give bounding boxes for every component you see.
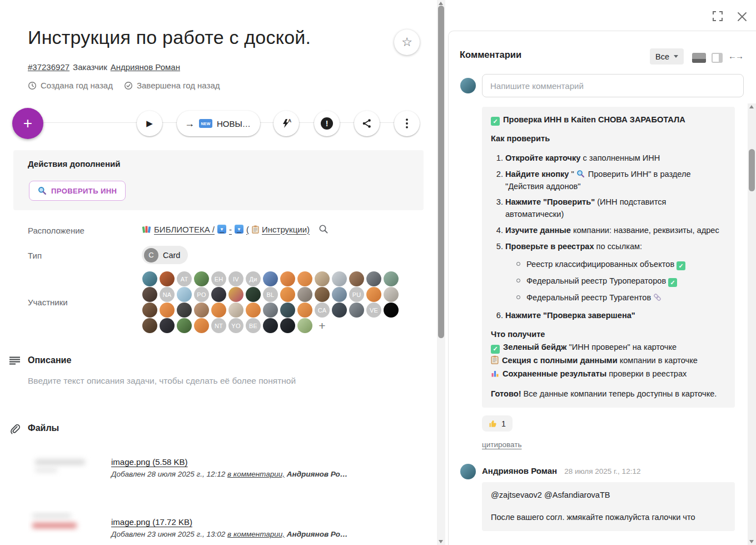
card-id-link[interactable]: #37236927 — [28, 62, 69, 72]
scroll-down-arrow[interactable] — [749, 540, 754, 543]
member-avatar[interactable] — [142, 271, 157, 286]
customer-link[interactable]: Андриянов Роман — [111, 62, 180, 72]
location-value: БИБЛИОТЕКА / ▼ - ▼ ( Инструкции) — [142, 224, 329, 234]
move-to-column-button[interactable]: → NEW НОВЫ… — [177, 111, 260, 136]
member-avatar[interactable]: VE — [366, 303, 381, 318]
member-avatar[interactable] — [280, 318, 295, 333]
file-thumbnail[interactable] — [31, 452, 102, 488]
member-avatar[interactable] — [315, 287, 330, 302]
favorite-button[interactable]: ☆ — [394, 29, 420, 55]
member-avatar[interactable] — [246, 303, 261, 318]
members-grid: ATEHIVДиNAPOBLPUCAVENTYOBE+ — [142, 271, 399, 333]
resize-width-icon[interactable]: ←→ — [728, 51, 743, 61]
member-avatar[interactable] — [211, 287, 226, 302]
member-avatar[interactable]: Ди — [246, 271, 261, 286]
member-avatar[interactable] — [177, 303, 192, 318]
member-avatar[interactable]: BE — [246, 318, 261, 333]
member-avatar[interactable] — [194, 271, 209, 286]
comments-filter-dropdown[interactable]: Все — [650, 48, 684, 65]
member-avatar[interactable] — [332, 271, 347, 286]
member-avatar[interactable] — [177, 287, 192, 302]
in-comment-link[interactable]: в комментарии, — [227, 470, 285, 478]
member-avatar[interactable] — [142, 318, 157, 333]
member-avatar[interactable] — [263, 271, 278, 286]
file-link[interactable]: image.png (5.58 KB) — [111, 457, 188, 467]
member-avatar[interactable] — [332, 303, 347, 318]
comment-input[interactable] — [482, 74, 744, 97]
comments-scrollbar[interactable] — [748, 103, 756, 545]
check-inn-button[interactable]: ПРОВЕРИТЬ ИНН — [29, 181, 126, 201]
member-avatar[interactable] — [384, 287, 399, 302]
member-avatar[interactable] — [228, 287, 243, 302]
layout-bottom-icon[interactable] — [692, 53, 706, 63]
member-avatar[interactable] — [142, 303, 157, 318]
member-avatar[interactable] — [160, 303, 175, 318]
in-comment-link[interactable]: в комментарии, — [227, 530, 285, 538]
member-avatar[interactable]: IV — [228, 271, 243, 286]
member-avatar[interactable]: AT — [177, 271, 192, 286]
member-avatar[interactable] — [349, 303, 364, 318]
member-avatar[interactable] — [228, 303, 243, 318]
member-avatar[interactable] — [384, 271, 399, 286]
card-type-chip[interactable]: C Card — [142, 246, 188, 264]
member-avatar[interactable] — [297, 318, 312, 333]
member-avatar[interactable]: YO — [228, 318, 243, 333]
scrollbar-thumb[interactable] — [749, 149, 755, 191]
share-button[interactable] — [354, 111, 380, 136]
member-avatar[interactable] — [160, 271, 175, 286]
fullscreen-button[interactable] — [710, 9, 725, 23]
thumbs-up-reaction[interactable]: 1 — [482, 415, 513, 432]
layout-right-icon[interactable] — [712, 53, 723, 63]
file-link[interactable]: image.png (17.72 KB) — [111, 517, 192, 527]
scroll-up-arrow[interactable] — [749, 105, 754, 108]
location-label: Расположение — [28, 226, 84, 235]
member-avatar[interactable] — [366, 287, 381, 302]
scrollbar-thumb[interactable] — [438, 6, 444, 338]
member-avatar[interactable] — [194, 318, 209, 333]
member-avatar[interactable] — [332, 287, 347, 302]
left-scrollbar[interactable] — [437, 0, 445, 545]
member-avatar[interactable] — [177, 318, 192, 333]
member-avatar[interactable] — [280, 287, 295, 302]
member-avatar[interactable] — [349, 271, 364, 286]
member-avatar[interactable] — [263, 318, 278, 333]
add-child-button[interactable]: + — [12, 108, 43, 139]
member-avatar[interactable] — [384, 303, 399, 318]
member-avatar[interactable]: NT — [211, 318, 226, 333]
quote-link[interactable]: цитировать — [482, 440, 521, 449]
member-avatar[interactable] — [297, 287, 312, 302]
member-avatar[interactable] — [280, 303, 295, 318]
member-avatar[interactable]: NA — [160, 287, 175, 302]
member-avatar[interactable] — [297, 303, 312, 318]
automation-button[interactable]: A — [273, 111, 299, 136]
start-timer-button[interactable]: ▶ — [137, 111, 162, 136]
member-avatar[interactable] — [366, 271, 381, 286]
member-avatar[interactable] — [194, 303, 209, 318]
comment-author[interactable]: Андриянов Роман — [482, 466, 557, 475]
member-avatar[interactable] — [297, 271, 312, 286]
member-avatar[interactable]: PO — [194, 287, 209, 302]
member-avatar[interactable] — [246, 287, 261, 302]
member-avatar[interactable]: CA — [315, 303, 330, 318]
avatar[interactable] — [460, 464, 476, 479]
block-card-button[interactable]: ! — [314, 111, 340, 136]
member-avatar[interactable] — [315, 271, 330, 286]
member-avatar[interactable]: PU — [349, 287, 364, 302]
member-avatar[interactable] — [263, 303, 278, 318]
file-thumbnail[interactable] — [28, 511, 103, 545]
member-avatar[interactable] — [160, 318, 175, 333]
member-avatar[interactable] — [280, 271, 295, 286]
close-button[interactable] — [734, 9, 750, 24]
scroll-up-arrow[interactable] — [439, 2, 443, 5]
scroll-down-arrow[interactable] — [439, 540, 443, 543]
more-actions-button[interactable] — [394, 111, 420, 136]
location-search-icon[interactable] — [319, 224, 329, 234]
location-breadcrumb-link[interactable]: БИБЛИОТЕКА / ▼ - ▼ ( Инструкции) — [142, 225, 310, 234]
member-avatar[interactable]: BL — [263, 287, 278, 302]
member-avatar[interactable] — [142, 287, 157, 302]
member-avatar[interactable]: EH — [211, 271, 226, 286]
avatar[interactable] — [460, 78, 476, 93]
member-avatar[interactable] — [211, 303, 226, 318]
members-more-button[interactable]: + — [315, 318, 330, 333]
description-placeholder[interactable]: Введите текст описания задачи, чтобы сде… — [28, 376, 296, 386]
